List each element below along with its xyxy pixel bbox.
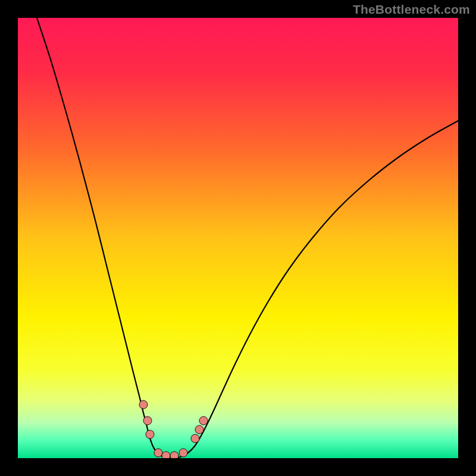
data-marker [143, 416, 152, 425]
plot-area [18, 18, 458, 458]
data-marker [170, 452, 178, 458]
data-marker [191, 434, 199, 443]
data-marker [195, 425, 203, 434]
data-marker [199, 416, 208, 425]
data-marker [139, 400, 148, 409]
data-marker [154, 449, 162, 457]
gradient-background [18, 18, 458, 458]
watermark-text: TheBottleneck.com [353, 2, 470, 17]
data-marker [146, 430, 154, 439]
data-marker [162, 452, 170, 458]
chart-container: TheBottleneck.com [0, 0, 476, 476]
data-marker [179, 449, 187, 457]
plot-svg [18, 18, 458, 458]
